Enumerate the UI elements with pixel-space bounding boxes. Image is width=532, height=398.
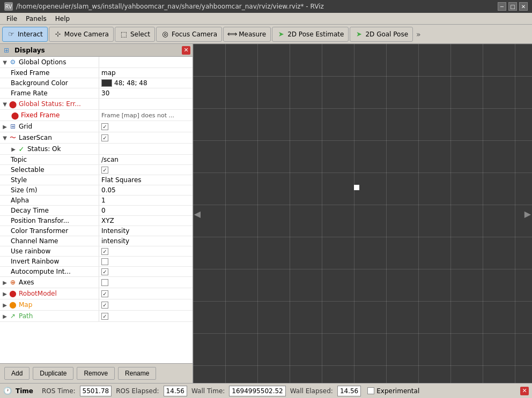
alpha-row: Alpha 1 — [0, 196, 193, 206]
measure-icon: ⟺ — [228, 30, 237, 39]
rename-button[interactable]: Rename — [118, 367, 156, 380]
map-expander[interactable]: ▶ — [1, 301, 9, 309]
selectable-checkbox[interactable] — [101, 167, 108, 174]
window-title: /home/openeuler/slam_ws/install/yahboomc… — [16, 3, 324, 10]
invert-checkbox[interactable] — [101, 258, 108, 265]
settings-icon: ⚙ — [9, 58, 17, 66]
decay-label: Decay Time — [11, 207, 49, 214]
color-transformer-row: Color Transformer Intensity — [0, 226, 193, 236]
wall-time-value[interactable]: 1694995502.52 — [229, 386, 285, 396]
global-status-expander[interactable]: ▼ — [1, 100, 9, 108]
robot-model-expander[interactable]: ▶ — [1, 290, 9, 297]
laser-status-expander[interactable]: ▶ — [10, 145, 17, 153]
grid-checkbox[interactable] — [101, 123, 108, 130]
robot-marker — [354, 185, 359, 190]
menu-file[interactable]: File — [2, 14, 21, 24]
focus-camera-button[interactable]: ◎ Focus Camera — [156, 27, 222, 42]
right-area: ◀ ▶ — [193, 44, 532, 383]
topic-value: /scan — [101, 156, 119, 163]
select-icon: ⬚ — [120, 30, 128, 39]
ros-elapsed-label: ROS Elapsed: — [116, 387, 159, 395]
pose-estimate-button[interactable]: ➤ 2D Pose Estimate — [272, 27, 349, 42]
menu-help[interactable]: Help — [51, 14, 74, 24]
viewport-arrow-left[interactable]: ◀ — [193, 208, 202, 219]
menu-panels[interactable]: Panels — [21, 14, 51, 24]
ros-elapsed-value[interactable]: 14.56 — [164, 386, 187, 396]
minimize-button[interactable]: − — [498, 2, 506, 11]
add-button[interactable]: Add — [4, 367, 29, 380]
global-options-row: ▼ ⚙ Global Options — [0, 57, 193, 68]
time-bar: 🕐 Time ROS Time: 5501.78 ROS Elapsed: 14… — [0, 383, 532, 398]
displays-tree: ▼ ⚙ Global Options Fixed Frame map Backg… — [0, 57, 193, 363]
map-checkbox[interactable] — [101, 302, 108, 309]
decay-value: 0 — [101, 207, 106, 214]
bg-color-row: Background Color 48; 48; 48 — [0, 78, 193, 88]
position-row: Position Transfor... XYZ — [0, 216, 193, 226]
interact-button[interactable]: ☞ Interact — [2, 27, 48, 42]
displays-panel-header: ⊞ Displays ✕ — [0, 44, 193, 57]
duplicate-button[interactable]: Duplicate — [33, 367, 73, 380]
laser-status-label: Status: Ok — [27, 145, 61, 153]
rainbow-label: Use rainbow — [11, 247, 50, 255]
ros-time-value[interactable]: 5501.78 — [80, 386, 112, 396]
more-button[interactable]: » — [414, 28, 423, 40]
axes-checkbox[interactable] — [101, 279, 108, 286]
viewport[interactable]: ◀ ▶ — [193, 44, 532, 383]
displays-panel-close[interactable]: ✕ — [182, 46, 190, 55]
menu-bar: File Panels Help — [0, 13, 532, 25]
close-window-button[interactable]: ✕ — [519, 2, 528, 11]
map-label: Map — [19, 301, 32, 309]
select-button[interactable]: ⬚ Select — [115, 27, 155, 42]
fixed-frame-error-row: ⬤ Fixed Frame Frame [map] does not ... — [0, 110, 193, 121]
maximize-button[interactable]: □ — [508, 2, 517, 11]
grid-row: ▶ ⊞ Grid — [0, 121, 193, 132]
path-checkbox[interactable] — [101, 313, 108, 320]
topic-row: Topic /scan — [0, 155, 193, 165]
fixed-frame-error-value: Frame [map] does not ... — [101, 112, 174, 119]
remove-button[interactable]: Remove — [77, 367, 115, 380]
robot-model-label: RobotModel — [19, 290, 57, 297]
time-bar-close[interactable]: ✕ — [520, 387, 529, 395]
autocompute-label: Autocompute Int... — [11, 268, 71, 275]
fixed-frame-value[interactable]: map — [101, 69, 116, 77]
global-options-expander[interactable]: ▼ — [1, 58, 9, 66]
robot-model-checkbox[interactable] — [101, 290, 108, 297]
autocompute-checkbox[interactable] — [101, 268, 108, 275]
fixed-frame-err-icon: ⬤ — [11, 111, 19, 119]
displays-icon: ⊞ — [2, 46, 11, 55]
axes-expander[interactable]: ▶ — [1, 279, 9, 286]
experimental-checkbox[interactable] — [367, 387, 374, 394]
bg-color-swatch[interactable] — [101, 79, 112, 87]
measure-button[interactable]: ⟺ Measure — [223, 27, 271, 42]
goal-pose-icon: ➤ — [354, 30, 363, 39]
wall-elapsed-value[interactable]: 14.56 — [337, 386, 361, 396]
goal-pose-button[interactable]: ➤ 2D Goal Pose — [350, 27, 413, 42]
global-status-err-icon: ⬤ — [9, 100, 17, 108]
path-icon: ↗ — [9, 312, 17, 320]
style-row: Style Flat Squares — [0, 175, 193, 185]
laser-scan-checkbox[interactable] — [101, 134, 108, 141]
laser-scan-expander[interactable]: ▼ — [1, 134, 9, 141]
move-camera-button[interactable]: ⊹ Move Camera — [49, 27, 114, 42]
channel-label: Channel Name — [11, 237, 58, 245]
laser-status-row: ▶ ✓ Status: Ok — [0, 144, 193, 155]
map-icon: ⬤ — [9, 301, 17, 309]
global-options-label: Global Options — [19, 58, 66, 66]
move-camera-icon: ⊹ — [54, 30, 62, 39]
fixed-frame-label: Fixed Frame — [11, 69, 49, 77]
path-label: Path — [19, 312, 33, 320]
style-label: Style — [11, 176, 27, 184]
global-status-label: Global Status: Err... — [19, 100, 81, 108]
grid-expander[interactable]: ▶ — [1, 123, 9, 130]
selectable-label: Selectable — [11, 166, 45, 174]
path-expander[interactable]: ▶ — [1, 312, 9, 320]
time-bar-title: Time — [16, 387, 33, 395]
viewport-arrow-right[interactable]: ▶ — [523, 208, 532, 219]
laser-scan-label: LaserScan — [19, 134, 52, 141]
channel-value: intensity — [101, 237, 129, 245]
laser-scan-icon: 〜 — [9, 133, 17, 142]
style-value: Flat Squares — [101, 176, 142, 184]
laser-scan-row: ▼ 〜 LaserScan — [0, 132, 193, 144]
position-label: Position Transfor... — [11, 217, 69, 224]
rainbow-checkbox[interactable] — [101, 248, 108, 255]
